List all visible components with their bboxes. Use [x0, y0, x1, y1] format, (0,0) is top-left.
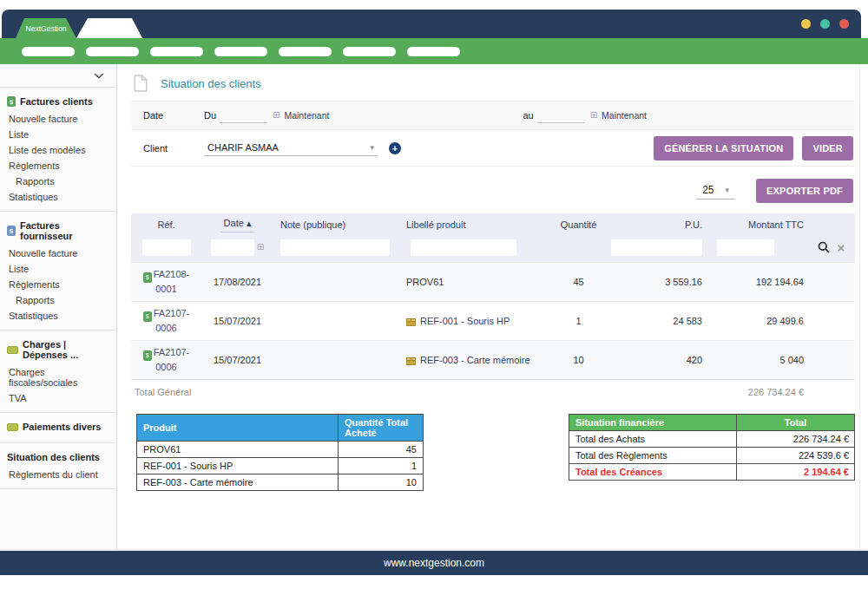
product-link[interactable]: REF-001 - Souris HP — [406, 316, 549, 326]
page-title-text: Situation des clients — [161, 77, 261, 90]
add-client-button[interactable]: + — [389, 142, 401, 154]
product-qty: 10 — [339, 474, 424, 491]
sidebar-item-reglements-du-client[interactable]: Règlements du client — [7, 467, 109, 482]
quantity-value: 10 — [549, 355, 608, 365]
column-header-date[interactable]: Date ▴ — [201, 218, 273, 232]
sidebar-item-reglements[interactable]: Règlements — [7, 277, 109, 292]
date-from-label: Du — [204, 110, 216, 121]
filter-unit-price-input[interactable] — [611, 239, 702, 256]
sidebar-item-liste-des-modeles[interactable]: Liste des modèles — [7, 142, 109, 158]
invoice-ref[interactable]: FA2108-0001 — [154, 269, 190, 294]
invoice-icon — [143, 311, 152, 322]
nav-pill[interactable] — [214, 47, 267, 56]
calendar-icon[interactable]: ⊞ — [273, 111, 279, 120]
clear-filters-icon[interactable]: × — [838, 241, 845, 254]
sidebar-item-liste[interactable]: Liste — [7, 127, 109, 142]
sidebar-header-label: Charges | Dépenses ... — [23, 339, 109, 360]
calendar-icon[interactable]: ⊞ — [590, 111, 597, 120]
calendar-icon[interactable]: ⊞ — [257, 243, 264, 252]
plus-icon: + — [392, 143, 398, 154]
quantity-value: 45 — [549, 277, 608, 287]
date-from-input[interactable] — [220, 108, 267, 123]
products-header-produit: Produit — [137, 415, 339, 442]
window-control-green-icon[interactable] — [820, 19, 830, 29]
brand-tab[interactable]: NextGestion — [16, 18, 76, 38]
window-control-yellow-icon[interactable] — [801, 19, 811, 29]
date-to-input[interactable] — [537, 108, 585, 123]
filter-total-input[interactable] — [717, 239, 774, 256]
invoice-ref[interactable]: FA2107-0006 — [154, 347, 190, 372]
sidebar-item-nouvelle-facture[interactable]: Nouvelle facture — [7, 245, 109, 261]
date-label: Date — [143, 110, 204, 121]
filter-date-input[interactable] — [211, 239, 254, 256]
column-header-unit-price[interactable]: P.U. — [608, 219, 706, 230]
total-label: Total Général — [131, 387, 273, 397]
sidebar-header-paiements-divers[interactable]: Paiements divers — [7, 418, 109, 436]
page-size-select[interactable]: 25 ▾ — [696, 182, 735, 200]
finance-header-label: Situation financière — [569, 415, 737, 431]
sidebar-item-liste[interactable]: Liste — [7, 261, 109, 277]
nav-pill[interactable] — [22, 47, 75, 56]
table-row[interactable]: FA2107-0006 15/07/2021 REF-003 - Car — [131, 340, 855, 379]
money-icon — [7, 346, 18, 354]
window-control-red-icon[interactable] — [839, 19, 849, 29]
sidebar-header-charges-depenses[interactable]: Charges | Dépenses ... — [7, 336, 109, 364]
column-header-ref[interactable]: Réf. — [131, 219, 201, 230]
sidebar-section-factures-fournisseur: Factures fournisseur Nouvelle facture Li… — [0, 212, 116, 330]
table-row[interactable]: FA2107-0006 15/07/2021 REF-001 - Sou — [131, 301, 855, 340]
client-select-value: CHARIF ASMAA — [207, 142, 279, 153]
sidebar-collapse-toggle[interactable] — [0, 68, 116, 88]
column-header-total-ttc[interactable]: Montant TTC — [706, 219, 807, 230]
unit-price-value: 3 559.16 — [608, 277, 706, 287]
sidebar-section-paiements-divers: Paiements divers — [0, 413, 116, 443]
unit-price-value: 24 583 — [608, 316, 706, 326]
sidebar-item-statistiques[interactable]: Statistiques — [7, 189, 109, 205]
page-size-value: 25 — [702, 184, 713, 196]
products-summary-table: Produit Quantité Total Acheté PROV61 45 … — [136, 414, 424, 491]
table-filter-row: ⊞ × — [131, 236, 855, 262]
invoice-date: 17/08/2021 — [201, 277, 273, 287]
product-name: PROV61 — [137, 442, 339, 458]
money-icon — [7, 423, 18, 431]
sidebar-item-nouvelle-facture[interactable]: Nouvelle facture — [7, 111, 109, 127]
nav-pill[interactable] — [343, 47, 396, 56]
nav-pill[interactable] — [150, 47, 203, 56]
sidebar-section-situation-des-clients: Situation des clients Règlements du clie… — [0, 443, 116, 489]
column-header-qty[interactable]: Quantité — [549, 219, 608, 230]
invoice-date: 15/07/2021 — [201, 316, 273, 326]
document-icon — [134, 75, 148, 92]
filter-product-input[interactable] — [411, 239, 516, 256]
total-ttc-value: 192 194.64 — [706, 277, 807, 287]
sidebar-item-rapports[interactable]: Rapports — [7, 292, 109, 308]
column-header-note[interactable]: Note (publique) — [273, 219, 399, 230]
date-from-now-link[interactable]: Maintenant — [284, 110, 329, 121]
table-row[interactable]: FA2108-0001 17/08/2021 PROV61 45 3 559.1… — [131, 262, 855, 301]
sidebar-item-statistiques[interactable]: Statistiques — [7, 308, 109, 324]
date-to-now-link[interactable]: Maintenant — [602, 110, 647, 121]
sidebar-item-tva[interactable]: TVA — [7, 390, 109, 406]
sidebar-item-reglements[interactable]: Règlements — [7, 158, 109, 173]
sidebar-item-charges-fiscales-sociales[interactable]: Charges fiscales/sociales — [7, 364, 109, 390]
product-link[interactable]: REF-003 - Carte mémoire — [406, 355, 549, 365]
product-name: PROV61 — [399, 277, 549, 287]
filter-note-input[interactable] — [280, 239, 390, 256]
client-select[interactable]: CHARIF ASMAA ▾ — [204, 141, 378, 156]
sidebar-header-situation-des-clients[interactable]: Situation des clients — [7, 448, 109, 467]
filter-ref-input[interactable] — [142, 239, 191, 256]
column-header-product[interactable]: Libellé produit — [399, 219, 549, 230]
export-pdf-button[interactable]: EXPORTER PDF — [756, 179, 853, 203]
nav-pill[interactable] — [279, 47, 332, 56]
generate-situation-button[interactable]: GÉNÉRER LA SITUATION — [654, 136, 793, 160]
column-header-date-label: Date — [224, 218, 244, 228]
sidebar-item-rapports[interactable]: Rapports — [7, 173, 109, 189]
nav-pill[interactable] — [86, 47, 139, 56]
clear-button[interactable]: VIDER — [802, 136, 853, 160]
invoice-ref[interactable]: FA2107-0006 — [154, 308, 190, 333]
package-icon — [406, 317, 416, 326]
invoice-icon — [143, 350, 152, 361]
nav-pill[interactable] — [407, 47, 460, 56]
sidebar-header-factures-clients[interactable]: Factures clients — [7, 93, 109, 111]
sidebar-header-factures-fournisseur[interactable]: Factures fournisseur — [7, 217, 109, 245]
table-row: Total des Règlements 224 539.6 € — [569, 448, 855, 464]
search-icon[interactable] — [818, 241, 830, 253]
